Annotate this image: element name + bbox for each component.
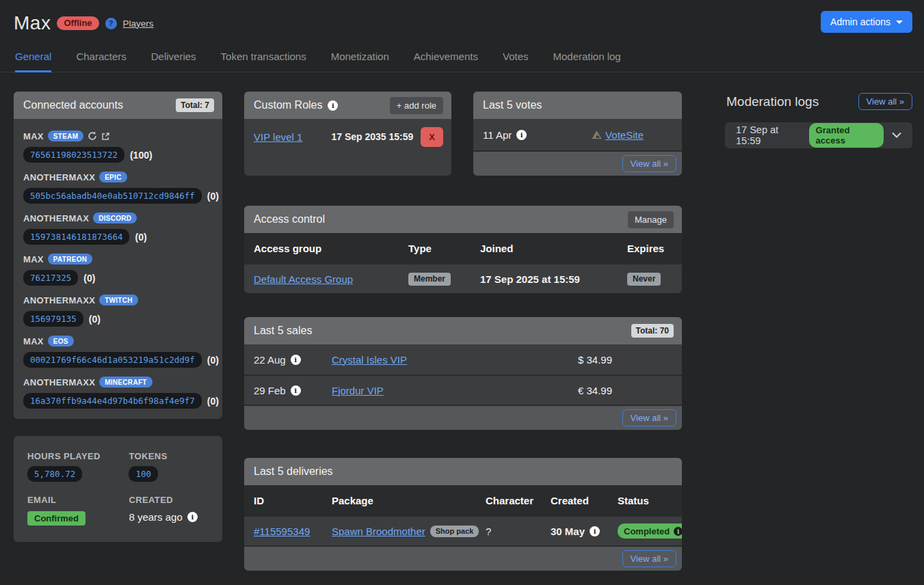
moderation-logs-view-all-button[interactable]: View all »	[858, 93, 912, 110]
sale-date: 29 Feb	[254, 385, 286, 396]
delivery-created: 30 May	[551, 526, 585, 537]
sale-date: 22 Aug	[254, 354, 286, 366]
refresh-icon[interactable]	[88, 131, 97, 141]
connected-accounts-title: Connected accounts	[23, 99, 123, 111]
info-icon[interactable]	[590, 526, 600, 536]
manage-button[interactable]: Manage	[628, 211, 674, 228]
info-icon[interactable]	[291, 355, 301, 365]
platform-badge-steam: STEAM	[48, 131, 84, 141]
account-patreon: MAX PATREON 76217325 (0)	[23, 254, 213, 286]
created-value: 8 years ago	[129, 511, 182, 523]
account-id[interactable]: 156979135	[23, 311, 83, 327]
votesite-link[interactable]: VoteSite	[605, 129, 644, 141]
tab-token-transactions[interactable]: Token transactions	[221, 44, 306, 72]
chevron-down-icon	[892, 132, 901, 139]
col-created: Created	[551, 495, 618, 506]
account-twitch: ANOTHERMAXX TWITCH 156979135 (0)	[23, 295, 213, 327]
tab-deliveries[interactable]: Deliveries	[151, 44, 196, 72]
last-sales-title: Last 5 sales	[254, 325, 312, 337]
admin-actions-button[interactable]: Admin actions	[821, 11, 912, 33]
col-package: Package	[332, 495, 486, 506]
account-name: ANOTHERMAXX	[23, 295, 95, 305]
delivery-package-link[interactable]: Spawn Broodmother	[332, 526, 425, 537]
page-title: Max	[14, 12, 51, 34]
account-id[interactable]: 76217325	[23, 270, 78, 286]
votesite-icon	[592, 131, 601, 139]
tab-achievements[interactable]: Achievements	[414, 44, 478, 72]
info-icon[interactable]	[516, 130, 527, 140]
help-question-icon[interactable]	[105, 18, 117, 29]
custom-roles-panel: Custom Roles + add role VIP level 1 17 S…	[244, 92, 451, 176]
account-eos: MAX EOS 00021769f66c46d1a053219a51c2dd9f…	[23, 336, 213, 368]
top-bar: Max Offline Players Admin actions	[0, 0, 924, 34]
tab-characters[interactable]: Characters	[76, 44, 126, 72]
delivery-row: #115595349 Spawn Broodmother Shop pack ?…	[244, 515, 682, 545]
email-status-badge: Confirmed	[27, 511, 85, 526]
tab-moderation-log[interactable]: Moderation log	[553, 44, 620, 72]
players-link[interactable]: Players	[123, 18, 154, 29]
vote-date: 11 Apr	[483, 129, 512, 141]
shop-pack-badge: Shop pack	[430, 526, 479, 537]
delivery-status-text: Completed	[624, 526, 670, 536]
info-icon[interactable]	[187, 512, 198, 522]
account-count: (0)	[89, 314, 101, 325]
col-expires: Expires	[627, 243, 682, 254]
tab-monetization[interactable]: Monetization	[331, 44, 389, 72]
access-group-link[interactable]: Default Access Group	[254, 273, 353, 285]
account-count: (0)	[135, 232, 146, 243]
tab-votes[interactable]: Votes	[503, 44, 529, 72]
access-control-panel: Access control Manage Access group Type …	[244, 206, 682, 293]
sale-row: 22 Aug Crystal Isles VIP $ 34.99	[244, 344, 682, 375]
last-deliveries-panel: Last 5 deliveries ID Package Character C…	[244, 458, 682, 571]
sale-package-link[interactable]: Crystal Isles VIP	[332, 354, 407, 366]
account-name: MAX	[23, 336, 44, 346]
role-expiry: 17 Sep 2035 15:59	[331, 131, 421, 142]
votes-view-all-button[interactable]: View all »	[622, 155, 676, 172]
col-joined: Joined	[480, 243, 627, 254]
deliveries-view-all-button[interactable]: View all »	[622, 550, 676, 567]
custom-role-row: VIP level 1 17 Sep 2035 15:59 X	[244, 119, 451, 154]
account-id[interactable]: 505bc56abadb40e0ab510712cd9846ff	[23, 188, 202, 204]
delivery-character: ?	[486, 526, 551, 537]
info-icon[interactable]	[674, 527, 682, 536]
remove-role-button[interactable]: X	[421, 127, 443, 147]
created-label: CREATED	[129, 495, 209, 505]
platform-badge-minecraft: MINECRAFT	[99, 377, 153, 387]
account-id[interactable]: 76561198023513722	[23, 147, 124, 163]
account-id[interactable]: 00021769f66c46d1a053219a51c2dd9f	[23, 352, 202, 368]
col-status: Status	[618, 495, 682, 506]
platform-badge-epic: EPIC	[99, 172, 127, 182]
external-link-icon[interactable]	[101, 132, 110, 141]
sales-view-all-button[interactable]: View all »	[622, 409, 676, 426]
tab-general[interactable]: General	[15, 44, 51, 72]
player-profile-page: Max Offline Players Admin actions Genera…	[0, 0, 924, 585]
sale-package-link[interactable]: Fjordur VIP	[332, 385, 384, 396]
role-link[interactable]: VIP level 1	[254, 131, 302, 143]
account-discord: ANOTHERMAX DISCORD 159738146181873664 (0…	[23, 213, 213, 245]
add-role-button[interactable]: + add role	[390, 97, 443, 114]
info-icon[interactable]	[291, 385, 301, 396]
access-row: Default Access Group Member 17 Sep 2025 …	[244, 263, 682, 293]
player-stats-panel: HOURS PLAYED 5,780.72 TOKENS 100 EMAIL C…	[14, 436, 222, 542]
expires-badge: Never	[627, 273, 661, 286]
delivery-id-link[interactable]: #115595349	[254, 526, 310, 537]
caret-down-icon	[896, 21, 903, 24]
account-id[interactable]: 16a370ffb9a44e4d97b4b6f98af4e9f7	[23, 393, 202, 409]
email-label: EMAIL	[27, 495, 129, 505]
account-count: (0)	[207, 355, 219, 366]
platform-badge-twitch: TWITCH	[99, 295, 138, 305]
moderation-action-badge: Granted access	[809, 123, 884, 148]
platform-badge-discord: DISCORD	[93, 213, 137, 223]
info-icon[interactable]	[328, 100, 338, 111]
account-id[interactable]: 159738146181873664	[23, 229, 129, 245]
sale-row: 29 Feb Fjordur VIP € 34.99	[244, 375, 682, 405]
col-character: Character	[486, 495, 551, 506]
moderation-log-date: 17 Sep at 15:59	[736, 124, 801, 146]
delivery-status-badge: Completed	[618, 523, 682, 539]
member-type-badge: Member	[408, 273, 451, 286]
tab-bar: General Characters Deliveries Token tran…	[0, 44, 924, 72]
tokens-value: 100	[129, 466, 158, 482]
col-access-group: Access group	[254, 243, 408, 254]
moderation-log-entry[interactable]: 17 Sep at 15:59 Granted access	[725, 122, 912, 148]
account-name: ANOTHERMAXX	[23, 172, 95, 182]
